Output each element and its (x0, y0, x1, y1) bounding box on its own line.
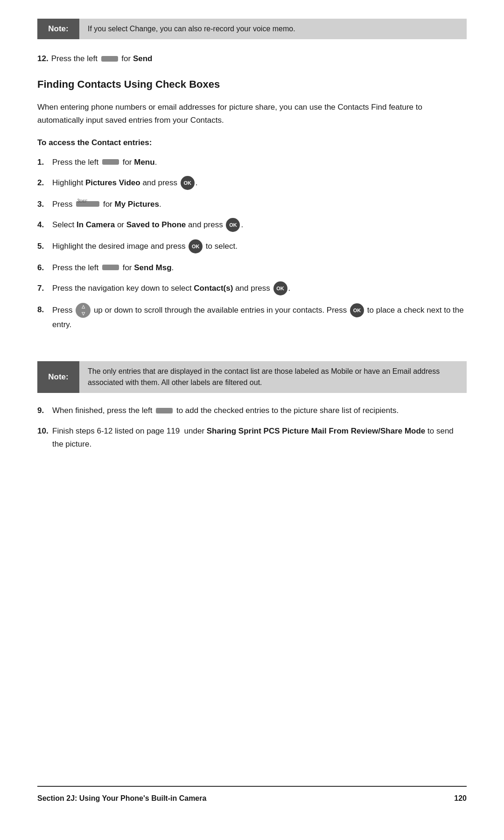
step-content: Press △▽ up or down to scroll through th… (52, 303, 467, 331)
sub-heading: To access the Contact entries: (37, 138, 467, 147)
list-item: 3. Press 3DEF for My Pictures. (37, 198, 467, 211)
step-num: 10. (37, 425, 52, 438)
note-top-text: If you select Change, you can also re-re… (79, 19, 304, 39)
step-num: 4. (37, 218, 52, 231)
step-content: Press 3DEF for My Pictures. (52, 198, 467, 211)
step-content: Press the navigation key down to select … (52, 282, 467, 296)
step-num: 2. (37, 176, 52, 189)
step-num: 1. (37, 156, 52, 169)
page: Note: If you select Change, you can also… (0, 0, 504, 840)
left-softkey-icon (102, 159, 119, 165)
note-top-label: Note: (37, 19, 79, 39)
key3-icon: 3DEF (76, 201, 99, 207)
step-content: Press the left for Menu. (52, 156, 467, 169)
step-num: 9. (37, 404, 52, 417)
intro-para: When entering phone numbers or email add… (37, 101, 467, 127)
left-softkey-icon (102, 265, 119, 270)
list-item: 8. Press △▽ up or down to scroll through… (37, 303, 467, 331)
step-12: 12. Press the left for Send (37, 52, 467, 65)
ok-button-icon: OK (226, 218, 240, 232)
step-num: 5. (37, 240, 52, 253)
footer-left: Section 2J: Using Your Phone's Built-in … (37, 794, 206, 803)
left-softkey-icon (101, 56, 118, 62)
section-title: Finding Contacts Using Check Boxes (37, 78, 467, 91)
note-mid-text: The only entries that are displayed in t… (79, 361, 467, 393)
list-item: 6. Press the left for Send Msg. (37, 261, 467, 274)
step-content: Select In Camera or Saved to Phone and p… (52, 218, 467, 232)
step-content: When finished, press the left to add the… (52, 404, 467, 417)
note-top-box: Note: If you select Change, you can also… (37, 19, 467, 39)
ok-button-icon: OK (350, 303, 364, 317)
step-12-num: 12. (37, 52, 49, 65)
step-num: 6. (37, 261, 52, 274)
list-item: 9. When finished, press the left to add … (37, 404, 467, 417)
step-num: 8. (37, 303, 52, 316)
ok-button-icon: OK (189, 239, 203, 253)
list-item: 1. Press the left for Menu. (37, 156, 467, 169)
step-content: Finish steps 6-12 listed on page 119 und… (52, 425, 467, 451)
step-num: 3. (37, 198, 52, 211)
list-item: 4. Select In Camera or Saved to Phone an… (37, 218, 467, 232)
list-item: 7. Press the navigation key down to sele… (37, 282, 467, 296)
step-num: 7. (37, 282, 52, 295)
nav-button-icon: △▽ (76, 303, 91, 318)
steps-list-2: 9. When finished, press the left to add … (37, 404, 467, 458)
footer-page-number: 120 (454, 794, 467, 803)
step-content: Highlight the desired image and press OK… (52, 240, 467, 254)
step-content: Highlight Pictures Video and press OK. (52, 176, 467, 190)
note-mid-label: Note: (37, 361, 79, 393)
steps-list: 1. Press the left for Menu. 2. Highlight… (37, 156, 467, 339)
ok-button-icon: OK (181, 176, 195, 190)
ok-button-icon: OK (273, 281, 287, 295)
footer: Section 2J: Using Your Phone's Built-in … (37, 786, 467, 803)
note-mid-box: Note: The only entries that are displaye… (37, 361, 467, 393)
list-item: 5. Highlight the desired image and press… (37, 240, 467, 254)
left-softkey-icon (156, 408, 173, 413)
list-item: 10. Finish steps 6-12 listed on page 119… (37, 425, 467, 451)
step-content: Press the left for Send Msg. (52, 261, 467, 274)
list-item: 2. Highlight Pictures Video and press OK… (37, 176, 467, 190)
step-12-text: Press the left for Send (51, 52, 153, 65)
